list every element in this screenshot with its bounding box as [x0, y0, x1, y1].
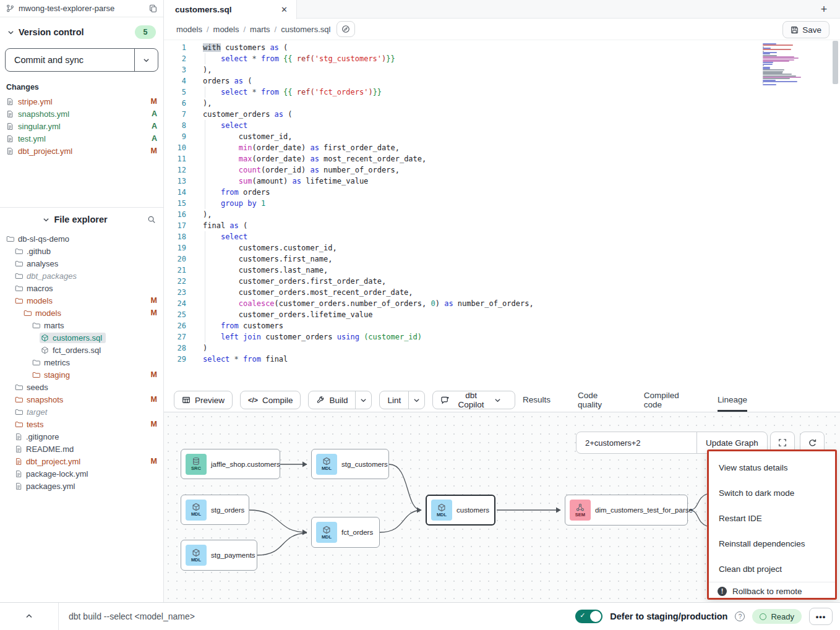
tree-item-models[interactable]: modelsM: [0, 294, 163, 307]
more-options-button[interactable]: •••: [809, 608, 833, 625]
build-button[interactable]: Build: [308, 391, 372, 409]
lint-button[interactable]: Lint: [379, 391, 425, 409]
chevron-down-icon[interactable]: [43, 216, 49, 223]
code-line-7[interactable]: customer_orders as (: [203, 109, 534, 120]
code-line-14[interactable]: from orders: [203, 187, 534, 198]
tree-item-.github[interactable]: .github: [0, 245, 163, 257]
tree-item-target[interactable]: target: [0, 406, 163, 418]
tree-item-marts[interactable]: marts: [0, 319, 163, 331]
panel-tab-lineage[interactable]: Lineage: [718, 388, 747, 412]
tree-item-macros[interactable]: macros: [0, 282, 163, 294]
code-content[interactable]: with customers as ( select * from {{ ref…: [203, 42, 534, 365]
code-line-2[interactable]: select * from {{ ref('stg_customers')}}: [203, 53, 534, 64]
lineage-node-customers[interactable]: MDLcustomers: [426, 495, 495, 526]
chevron-down-icon[interactable]: [7, 29, 14, 36]
tree-item-dbt_packages[interactable]: dbt_packages: [0, 270, 163, 282]
code-line-12[interactable]: count(order_id) as number_of_orders,: [203, 164, 534, 176]
tree-item-staging[interactable]: stagingM: [0, 368, 163, 381]
code-editor[interactable]: 1234567891011121314151617181920212223242…: [164, 40, 840, 388]
tree-item-db-sl-qs-demo[interactable]: db-sl-qs-demo: [0, 232, 163, 245]
code-line-8[interactable]: select: [203, 120, 534, 131]
change-item-singular.yml[interactable]: singular.ymlA: [0, 120, 163, 132]
tree-item-snapshots[interactable]: snapshotsM: [0, 393, 163, 406]
tree-item-.gitignore[interactable]: .gitignore: [0, 430, 163, 443]
breadcrumb-segment-models[interactable]: models: [213, 25, 239, 34]
panel-tab-results[interactable]: Results: [523, 388, 551, 412]
code-line-5[interactable]: select * from {{ ref('fct_orders')}}: [203, 87, 534, 98]
defer-toggle[interactable]: ✓: [575, 610, 602, 623]
tree-item-dbt_project.yml[interactable]: dbt_project.ymlM: [0, 455, 163, 467]
tree-item-metrics[interactable]: metrics: [0, 356, 163, 368]
lineage-node-dim_customers_test_for_parse[interactable]: SEMdim_customers_test_for_parse: [565, 495, 688, 526]
code-line-13[interactable]: sum(amount) as lifetime_value: [203, 176, 534, 187]
tab-customers-sql[interactable]: customers.sql ✕: [164, 0, 297, 19]
minimap[interactable]: [763, 43, 802, 85]
menu-item-switch-to-dark-mode[interactable]: Switch to dark mode: [709, 480, 835, 506]
editor-scrollbar[interactable]: [833, 41, 838, 84]
code-line-29[interactable]: select * from final: [203, 354, 534, 365]
locate-in-tree-button[interactable]: [336, 21, 355, 37]
code-line-24[interactable]: coalesce(customer_orders.number_of_order…: [203, 298, 534, 309]
code-line-27[interactable]: left join customer_orders using (custome…: [203, 331, 534, 343]
close-tab-icon[interactable]: ✕: [281, 5, 288, 14]
code-line-4[interactable]: orders as (: [203, 75, 534, 87]
commit-and-sync-button[interactable]: Commit and sync: [5, 48, 158, 72]
change-item-stripe.yml[interactable]: stripe.ymlM: [0, 95, 163, 108]
code-line-22[interactable]: customer_orders.first_order_date,: [203, 276, 534, 287]
help-icon[interactable]: ?: [735, 611, 745, 621]
change-item-test.yml[interactable]: test.ymlA: [0, 132, 163, 145]
code-line-26[interactable]: from customers: [203, 320, 534, 331]
lint-dropdown-button[interactable]: [408, 391, 424, 409]
menu-item-restart-ide[interactable]: Restart IDE: [709, 506, 835, 531]
tree-item-analyses[interactable]: analyses: [0, 257, 163, 270]
code-line-15[interactable]: group by 1: [203, 198, 534, 209]
menu-item-rollback-to-remote[interactable]: ! Rollback to remote: [709, 582, 835, 600]
lineage-node-stg_payments[interactable]: MDLstg_payments: [181, 540, 257, 571]
tree-item-seeds[interactable]: seeds: [0, 381, 163, 393]
search-icon[interactable]: [147, 215, 156, 224]
code-line-25[interactable]: customer_orders.lifetime_value: [203, 309, 534, 320]
new-tab-button[interactable]: +: [816, 2, 831, 17]
code-line-23[interactable]: customer_orders.most_recent_order_date,: [203, 287, 534, 298]
code-line-9[interactable]: customer_id,: [203, 131, 534, 142]
lineage-node-fct_orders[interactable]: MDLfct_orders: [311, 517, 380, 548]
tree-item-fct_orders.sql[interactable]: fct_orders.sql: [0, 344, 163, 356]
preview-button[interactable]: Preview: [174, 391, 233, 409]
tree-item-packages.yml[interactable]: packages.yml: [0, 480, 163, 492]
change-item-snapshots.yml[interactable]: snapshots.ymlA: [0, 108, 163, 120]
panel-tab-code-quality[interactable]: Code quality: [578, 388, 617, 412]
code-line-10[interactable]: min(order_date) as first_order_date,: [203, 142, 534, 153]
code-line-6[interactable]: ),: [203, 98, 534, 109]
code-line-28[interactable]: ): [203, 343, 534, 354]
expand-command-panel-button[interactable]: [0, 603, 59, 630]
commit-dropdown-button[interactable]: [134, 49, 158, 71]
code-line-20[interactable]: customers.first_name,: [203, 253, 534, 265]
lineage-node-jaffle_shop.customers[interactable]: SRCjaffle_shop.customers: [181, 449, 280, 479]
lineage-node-stg_customers[interactable]: MDLstg_customers: [311, 449, 389, 479]
code-line-21[interactable]: customers.last_name,: [203, 265, 534, 276]
tree-item-tests[interactable]: testsM: [0, 418, 163, 430]
build-dropdown-button[interactable]: [355, 391, 371, 409]
compile-button[interactable]: </> Compile: [240, 391, 301, 409]
lineage-selector-input[interactable]: 2+customers+2: [576, 432, 696, 453]
save-button[interactable]: Save: [782, 21, 829, 38]
breadcrumb-segment-marts[interactable]: marts: [250, 25, 270, 34]
tree-item-customers.sql[interactable]: customers.sql: [0, 331, 163, 344]
code-line-3[interactable]: ),: [203, 64, 534, 75]
panel-tab-compiled-code[interactable]: Compiled code: [644, 388, 690, 412]
dbt-copilot-button[interactable]: dbt Copilot: [432, 391, 515, 409]
code-line-18[interactable]: select: [203, 231, 534, 242]
copy-icon[interactable]: [149, 4, 157, 12]
tree-item-models[interactable]: modelsM: [0, 307, 163, 319]
code-line-19[interactable]: customers.customer_id,: [203, 242, 534, 253]
breadcrumb-segment-customers.sql[interactable]: customers.sql: [281, 25, 330, 34]
lineage-node-stg_orders[interactable]: MDLstg_orders: [181, 495, 249, 525]
tree-item-README.md[interactable]: README.md: [0, 443, 163, 455]
menu-item-clean-dbt-project[interactable]: Clean dbt project: [709, 556, 835, 582]
code-line-16[interactable]: ),: [203, 209, 534, 220]
code-line-1[interactable]: with customers as (: [203, 42, 534, 53]
lineage-panel[interactable]: SRCjaffle_shop.customersMDLstg_customers…: [164, 412, 840, 602]
command-input[interactable]: dbt build --select <model_name>: [69, 611, 195, 621]
breadcrumb-segment-models[interactable]: models: [176, 25, 202, 34]
menu-item-reinstall-dependencies[interactable]: Reinstall dependencies: [709, 531, 835, 556]
